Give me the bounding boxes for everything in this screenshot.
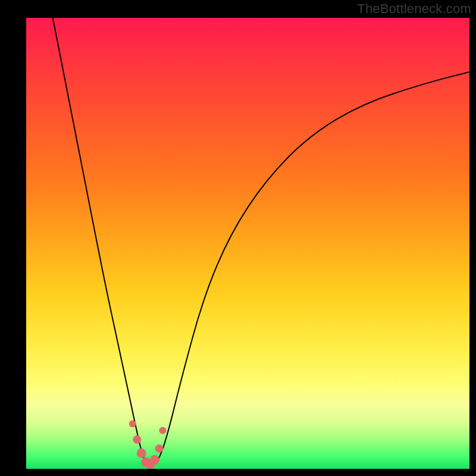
highlight-dot xyxy=(129,420,136,427)
plot-area xyxy=(26,18,469,469)
highlight-dot xyxy=(150,455,159,465)
highlight-dot xyxy=(159,427,167,434)
chart-svg xyxy=(26,18,469,469)
highlight-dot xyxy=(137,449,146,458)
highlight-dot xyxy=(155,444,164,453)
bottleneck-curve xyxy=(53,18,469,465)
chart-frame: TheBottleneck.com xyxy=(0,0,476,476)
highlight-dot xyxy=(133,436,141,444)
watermark-text: TheBottleneck.com xyxy=(357,1,471,17)
